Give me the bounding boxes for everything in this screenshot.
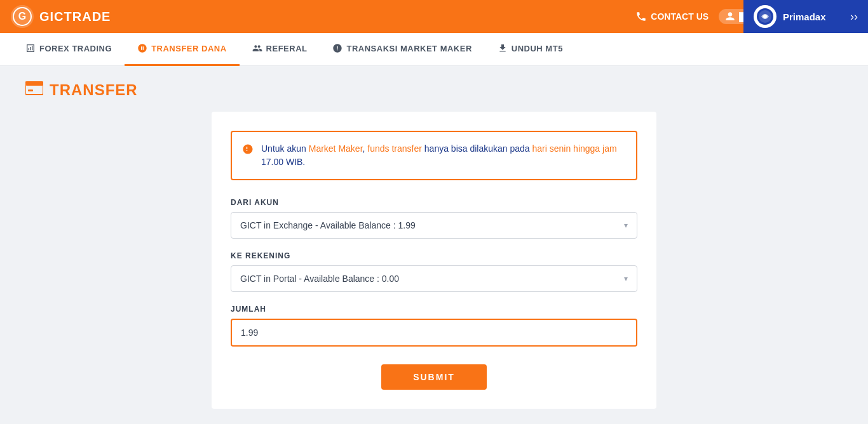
- primadax-logo: [754, 5, 776, 28]
- primadax-logo-icon: [756, 8, 774, 25]
- to-account-group: KE REKENING GICT in Portal - Available B…: [231, 251, 637, 292]
- alert-icon: [242, 143, 254, 158]
- chevron-right-icon: ››: [850, 10, 858, 23]
- nav-item-unduh-mt5[interactable]: UNDUH MT5: [485, 33, 576, 66]
- to-account-select-wrapper: GICT in Portal - Available Balance : 0.0…: [231, 265, 637, 292]
- from-account-label: DARI AKUN: [231, 198, 637, 207]
- primadax-panel[interactable]: Primadax ››: [743, 0, 868, 33]
- primadax-label: Primadax: [783, 11, 826, 22]
- submit-button[interactable]: SUBMIT: [381, 364, 487, 390]
- referal-icon: [252, 43, 262, 53]
- amount-label: JUMLAH: [231, 305, 637, 314]
- nav-item-transfer-dana[interactable]: TRANSFER DANA: [125, 33, 239, 66]
- submit-area: SUBMIT: [231, 364, 637, 390]
- contact-us-label: CONTACT US: [651, 11, 709, 22]
- primadax-inner: Primadax: [754, 5, 826, 28]
- svg-rect-7: [25, 82, 43, 86]
- from-account-select-wrapper: GICT in Exchange - Available Balance : 1…: [231, 212, 637, 239]
- amount-input[interactable]: [231, 319, 637, 347]
- phone-icon: [635, 11, 647, 22]
- transfer-form-card: Untuk akun Market Maker, funds transfer …: [212, 112, 656, 409]
- svg-rect-8: [28, 89, 33, 91]
- nav-item-transaksi-market-maker[interactable]: TRANSAKSI MARKET MAKER: [320, 33, 484, 66]
- svg-point-5: [763, 15, 767, 18]
- user-icon: [725, 11, 735, 22]
- logo-icon: G: [10, 4, 34, 29]
- contact-us-button[interactable]: CONTACT US: [635, 11, 709, 22]
- alert-box: Untuk akun Market Maker, funds transfer …: [231, 131, 637, 180]
- page-title: TRANSFER: [50, 81, 138, 99]
- market-icon: [332, 43, 342, 53]
- alert-text: Untuk akun Market Maker, funds transfer …: [261, 142, 626, 169]
- from-account-select[interactable]: GICT in Exchange - Available Balance : 1…: [231, 213, 637, 238]
- header-left: G GICTRADE: [10, 4, 111, 29]
- to-account-label: KE REKENING: [231, 251, 637, 260]
- from-account-group: DARI AKUN GICT in Exchange - Available B…: [231, 198, 637, 239]
- to-account-select[interactable]: GICT in Portal - Available Balance : 0.0…: [231, 266, 637, 291]
- svg-text:G: G: [18, 11, 26, 22]
- nav-item-referal[interactable]: REFERAL: [240, 33, 320, 66]
- logo-text: GICTRADE: [39, 10, 111, 24]
- transfer-icon: [137, 43, 147, 53]
- nav-item-forex-trading[interactable]: FOREX TRADING: [13, 33, 125, 66]
- amount-group: JUMLAH: [231, 305, 637, 347]
- page-title-area: TRANSFER: [25, 81, 843, 99]
- transfer-page-icon: [25, 81, 43, 99]
- header: G GICTRADE CONTACT US █████████ 5: [0, 0, 868, 33]
- main-nav: FOREX TRADING TRANSFER DANA REFERAL TRAN…: [0, 33, 868, 66]
- chart-icon: [25, 43, 36, 53]
- download-icon: [498, 43, 508, 53]
- main-content: TRANSFER Untuk akun Market Maker, funds …: [0, 66, 868, 424]
